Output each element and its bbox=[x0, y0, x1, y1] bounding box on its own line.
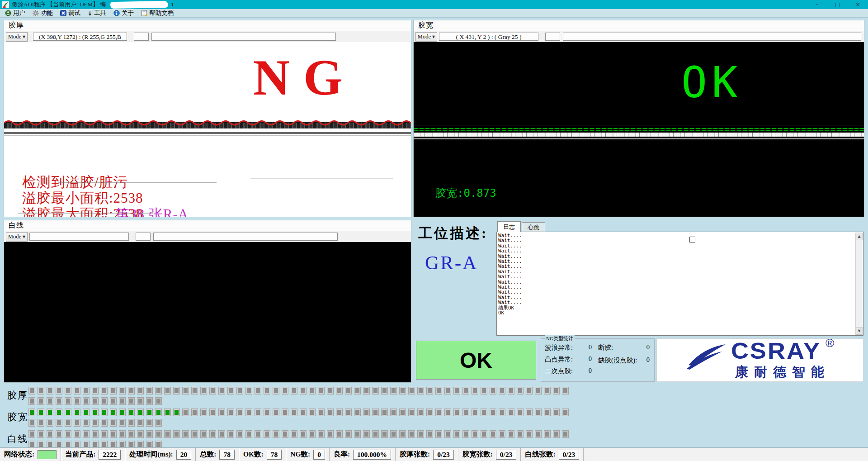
chevron-down-icon: ▼ bbox=[23, 35, 25, 39]
indicator-cell bbox=[101, 419, 107, 426]
log-line: Wait.... bbox=[498, 243, 855, 248]
indicator-cell bbox=[219, 431, 225, 437]
indicator-cell bbox=[463, 431, 469, 437]
indicator-cell bbox=[192, 431, 198, 437]
indicator-cell bbox=[354, 387, 360, 394]
logo-swoosh-icon bbox=[686, 342, 729, 371]
indicator-group-1: 胶厚 bbox=[0, 387, 868, 405]
status-total-count: 总数: 78 bbox=[196, 448, 239, 461]
indicator-cell bbox=[65, 419, 71, 426]
indicator-cell bbox=[47, 441, 53, 448]
status-thickness-frames: 胶厚张数: 0/23 bbox=[396, 448, 458, 461]
indicator-cell bbox=[409, 387, 415, 394]
indicator-cell bbox=[192, 409, 198, 416]
log-checkbox[interactable] bbox=[689, 237, 695, 242]
log-line: 结果OK bbox=[498, 305, 855, 310]
indicator-cell bbox=[183, 431, 189, 437]
indicator-cell bbox=[318, 409, 324, 416]
indicator-cell bbox=[562, 387, 568, 394]
status-ok-count: OK数: 78 bbox=[239, 448, 286, 461]
panel-glue-thickness: 胶厚 Mode▼ (X 398,Y 1272) : (R 255,G 255,B… bbox=[4, 20, 411, 217]
indicator-cell bbox=[165, 409, 170, 416]
indicator-cell bbox=[418, 387, 424, 394]
log-line: Wait.... bbox=[498, 295, 855, 300]
log-line: OK bbox=[498, 310, 855, 315]
indicator-cell bbox=[101, 441, 107, 448]
maximize-button[interactable]: □ bbox=[827, 0, 848, 9]
indicator-cell bbox=[400, 409, 406, 416]
log-scrollbar[interactable]: ▲ ▼ bbox=[855, 233, 863, 335]
indicator-cell bbox=[526, 431, 532, 437]
indicator-row bbox=[29, 409, 571, 418]
log-line: Wait.... bbox=[498, 290, 855, 295]
tab-heartbeat[interactable]: 心跳 bbox=[522, 222, 545, 232]
indicator-cell bbox=[490, 409, 496, 416]
indicator-cell bbox=[382, 409, 387, 416]
indicator-cell bbox=[327, 387, 333, 394]
gear-icon bbox=[33, 10, 39, 16]
menu-item-debug[interactable]: 调试 bbox=[58, 9, 85, 17]
log-line: Wait.... bbox=[498, 238, 855, 243]
mode-dropdown[interactable]: Mode▼ bbox=[6, 232, 28, 242]
indicator-cell bbox=[454, 431, 460, 437]
minimize-button[interactable]: – bbox=[807, 0, 827, 9]
indicator-cell bbox=[553, 409, 559, 416]
indicator-cell bbox=[183, 387, 189, 394]
indicator-cell bbox=[228, 431, 234, 437]
toolbar-wide-box bbox=[151, 33, 336, 41]
scroll-down-icon[interactable]: ▼ bbox=[856, 327, 863, 335]
indicator-cell bbox=[309, 409, 315, 416]
indicator-cell bbox=[29, 387, 35, 394]
indicator-cell bbox=[300, 387, 306, 394]
indicator-cell bbox=[219, 387, 225, 394]
indicator-cell bbox=[137, 398, 143, 404]
indicator-cell bbox=[246, 409, 252, 416]
indicator-cell bbox=[418, 431, 424, 437]
logo-subtitle: 康耐德智能 bbox=[735, 363, 830, 381]
indicator-cell bbox=[373, 409, 378, 416]
log-line: Wait.... bbox=[498, 274, 855, 279]
indicator-cell bbox=[74, 409, 80, 416]
menu-item-tools[interactable]: 工具 bbox=[85, 9, 111, 17]
tab-log[interactable]: 日志 bbox=[497, 221, 521, 232]
frame-number-label: 第38 张R-A bbox=[115, 206, 189, 217]
panel-glue-width: 胶宽 Mode▼ ( X 431, Y 2 ) : ( Gray 25 ) OK… bbox=[413, 20, 864, 217]
scroll-up-icon[interactable]: ▲ bbox=[856, 233, 863, 240]
indicator-cell bbox=[418, 409, 424, 416]
indicator-row bbox=[29, 431, 571, 439]
mode-dropdown[interactable]: Mode▼ bbox=[415, 32, 437, 42]
white-line-image[interactable] bbox=[4, 242, 411, 382]
log-line: Wait.... bbox=[498, 264, 855, 269]
indicator-cell bbox=[282, 387, 288, 394]
indicator-cell bbox=[219, 409, 225, 416]
menu-item-help-doc[interactable]: 帮助文档 bbox=[139, 9, 179, 17]
indicator-cell bbox=[92, 387, 98, 394]
indicator-cell bbox=[119, 419, 125, 426]
indicator-cell bbox=[345, 431, 351, 437]
window-title-tail: 1 bbox=[171, 1, 174, 8]
panel-title-white-line: 白线 bbox=[9, 221, 24, 230]
result-text-ok: OK bbox=[681, 61, 742, 104]
mode-dropdown[interactable]: Mode▼ bbox=[6, 32, 28, 42]
indicator-cell bbox=[562, 431, 568, 437]
indicator-group-2: 胶宽 bbox=[0, 409, 868, 427]
log-line: Wait.... bbox=[498, 269, 855, 274]
menu-item-about[interactable]: 关于 bbox=[111, 9, 139, 17]
menu-item-label: 功能 bbox=[41, 9, 53, 17]
glue-width-image[interactable]: OK 胶宽:0.873 bbox=[414, 42, 864, 217]
pixel-coordinates-readout bbox=[29, 233, 129, 241]
indicator-cell bbox=[47, 398, 53, 404]
log-lines: Wait....Wait....Wait....Wait....Wait....… bbox=[498, 233, 855, 334]
menu-item-functions[interactable]: 功能 bbox=[30, 9, 58, 17]
close-button[interactable]: × bbox=[848, 0, 868, 9]
status-whiteline-frames: 白线张数: 0/23 bbox=[521, 448, 584, 461]
glue-thickness-image[interactable]: NG 检测到溢胶/脏污 溢胶最小面积:2538 溢胶最大面积:2538 第38 … bbox=[4, 42, 411, 217]
indicator-cell bbox=[336, 431, 342, 437]
indicator-group-label: 胶宽 bbox=[7, 411, 28, 423]
indicator-cell bbox=[119, 409, 125, 416]
menu-item-user[interactable]: 用户 bbox=[3, 9, 30, 17]
indicator-cell bbox=[146, 441, 152, 448]
indicator-cell bbox=[499, 431, 505, 437]
log-panel[interactable]: Wait....Wait....Wait....Wait....Wait....… bbox=[496, 232, 863, 336]
status-ng-count: NG数: 0 bbox=[286, 448, 330, 461]
